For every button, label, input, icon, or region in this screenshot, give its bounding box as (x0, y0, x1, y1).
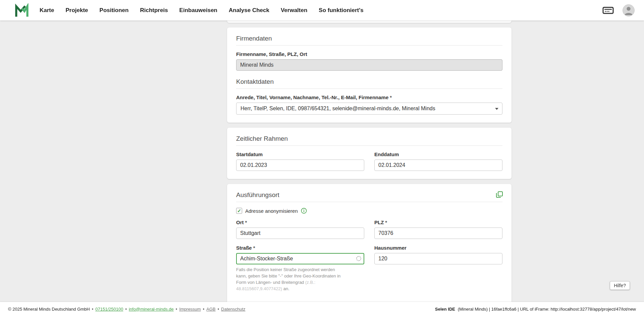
user-avatar[interactable] (623, 4, 635, 16)
enddate-label: Enddatum (374, 151, 502, 157)
city-input[interactable] (236, 228, 364, 239)
street-hint: Falls die Position keiner Straße zugeord… (236, 267, 347, 292)
section-title-ausfuehrungsort: Ausführungsort (236, 191, 502, 199)
nav-item-positionen[interactable]: Positionen (100, 7, 129, 14)
anonymize-address-row: ✓ Adresse anonymisieren (236, 208, 502, 214)
nav-item-einbauweisen[interactable]: Einbauweisen (179, 7, 217, 14)
footer-debug-info: Selen IDE (Mineral Minds) | 16fae1ffc6a6… (435, 307, 636, 312)
enddate-input[interactable] (374, 160, 502, 171)
required-asterisk: * (390, 94, 392, 100)
nav-item-richtpreis[interactable]: Richtpreis (140, 7, 168, 14)
required-asterisk: * (245, 219, 247, 225)
loading-spinner-icon (356, 256, 361, 261)
footer-email-link[interactable]: info@mineral-minds.de (129, 307, 174, 312)
chevron-down-icon (495, 108, 498, 110)
footer: © 2025 Mineral Minds Deutschland GmbH • … (0, 302, 644, 316)
person-icon (623, 4, 634, 16)
zip-label: PLZ * (374, 219, 502, 225)
contact-select-value: Herr, TitelP, Selen, IDE, 0987/654321, s… (240, 106, 435, 112)
divider (236, 45, 502, 46)
footer-left: © 2025 Mineral Minds Deutschland GmbH • … (8, 307, 246, 312)
required-asterisk: * (385, 219, 387, 225)
anonymize-checkbox[interactable]: ✓ (236, 208, 242, 214)
startdate-field: Startdatum (236, 151, 364, 171)
top-navigation: Karte Projekte Positionen Richtpreis Ein… (0, 0, 644, 20)
footer-agb-link[interactable]: AGB (206, 307, 215, 312)
form-content-column: Firmendaten Firmenname, Straße, PLZ, Ort… (227, 20, 512, 316)
anonymize-checkbox-label: Adresse anonymisieren (245, 208, 298, 214)
startdate-label-text: Startdatum (236, 151, 263, 157)
company-contact-card: Firmendaten Firmenname, Straße, PLZ, Ort… (227, 27, 512, 123)
help-button[interactable]: Hilfe? (610, 281, 630, 290)
contact-field-label: Anrede, Titel, Vorname, Nachname, Tel.-N… (236, 94, 502, 100)
divider (236, 88, 502, 89)
location-card: Ausführungsort ✓ Adresse anonymisieren O… (227, 184, 512, 305)
street-input-wrap (236, 253, 364, 264)
zip-input[interactable] (374, 228, 502, 239)
housenumber-label-text: Hausnummer (374, 245, 407, 251)
copyright-text: © 2025 Mineral Minds Deutschland GmbH (8, 307, 90, 312)
check-icon: ✓ (237, 208, 241, 213)
street-input[interactable] (236, 253, 364, 264)
city-label-text: Ort (236, 219, 244, 225)
footer-phone-link[interactable]: 07151/250100 (95, 307, 123, 312)
separator-dot: • (218, 307, 219, 312)
separator-dot: • (203, 307, 205, 312)
street-hint-suffix: an. (282, 286, 289, 291)
zip-field: PLZ * (374, 219, 502, 239)
enddate-label-text: Enddatum (374, 151, 399, 157)
nav-right-controls (602, 4, 635, 16)
separator-dot: • (92, 307, 94, 312)
startdate-label: Startdatum (236, 151, 364, 157)
copy-icon[interactable] (495, 191, 503, 199)
city-label: Ort * (236, 219, 364, 225)
footer-debug-text: (Mineral Minds) | 16fae1ffc6a6 | URL of … (458, 307, 636, 312)
street-label-text: Straße (236, 245, 252, 251)
contact-select[interactable]: Herr, TitelP, Selen, IDE, 0987/654321, s… (236, 103, 502, 115)
company-field-label-text: Firmenname, Straße, PLZ, Ort (236, 51, 307, 57)
enddate-field: Enddatum (374, 151, 502, 171)
startdate-input[interactable] (236, 160, 364, 171)
required-asterisk: * (253, 245, 255, 251)
street-hint-text: Falls die Position keiner Straße zugeord… (236, 267, 340, 285)
housenumber-input[interactable] (374, 253, 502, 264)
separator-dot: • (176, 307, 177, 312)
divider (236, 145, 502, 146)
separator-dot: • (125, 307, 127, 312)
company-input (236, 59, 502, 71)
section-title-zeitlicher-rahmen: Zeitlicher Rahmen (236, 135, 502, 142)
section-title-kontaktdaten: Kontaktdaten (236, 78, 502, 85)
divider (236, 202, 502, 202)
company-field-label: Firmenname, Straße, PLZ, Ort (236, 51, 502, 57)
footer-app-name: Selen IDE (435, 307, 455, 312)
mineral-minds-logo[interactable] (15, 3, 29, 17)
nav-item-so-funktionierts[interactable]: So funktioniert's (319, 7, 363, 14)
nav-item-projekte[interactable]: Projekte (65, 7, 88, 14)
nav-item-analyse-check[interactable]: Analyse Check (229, 7, 269, 14)
street-field: Straße * Falls die Position keiner Straß… (236, 245, 364, 297)
housenumber-field: Hausnummer (374, 245, 502, 264)
zip-label-text: PLZ (374, 219, 384, 225)
housenumber-label: Hausnummer (374, 245, 502, 251)
city-field: Ort * (236, 219, 364, 239)
info-icon[interactable] (301, 208, 307, 214)
footer-datenschutz-link[interactable]: Datenschutz (221, 307, 245, 312)
timeframe-card: Zeitlicher Rahmen Startdatum Enddatum (227, 128, 512, 179)
contact-field-label-text: Anrede, Titel, Vorname, Nachname, Tel.-N… (236, 94, 388, 100)
section-title-firmendaten: Firmendaten (236, 35, 502, 42)
terminal-icon[interactable] (602, 6, 614, 15)
street-label: Straße * (236, 245, 364, 251)
nav-item-karte[interactable]: Karte (40, 7, 54, 14)
previous-card-fragment (227, 20, 512, 23)
main-menu: Karte Projekte Positionen Richtpreis Ein… (40, 7, 364, 14)
nav-item-verwalten[interactable]: Verwalten (281, 7, 307, 14)
footer-impressum-link[interactable]: Impressum (179, 307, 201, 312)
